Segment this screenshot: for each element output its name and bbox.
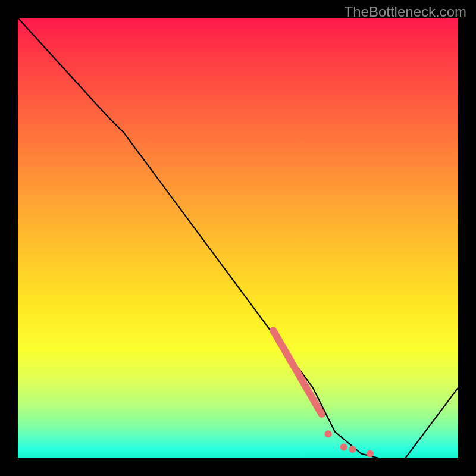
chart-overlay-svg [18,18,458,458]
highlight-dot [325,430,332,437]
watermark-text: TheBottleneck.com [345,4,466,20]
highlight-dot [367,450,374,458]
bottleneck-curve-path [18,18,458,458]
highlight-thick-segment [273,330,321,414]
highlight-dot [349,446,356,453]
chart-plot-area [18,18,458,458]
highlight-dot [340,444,347,451]
